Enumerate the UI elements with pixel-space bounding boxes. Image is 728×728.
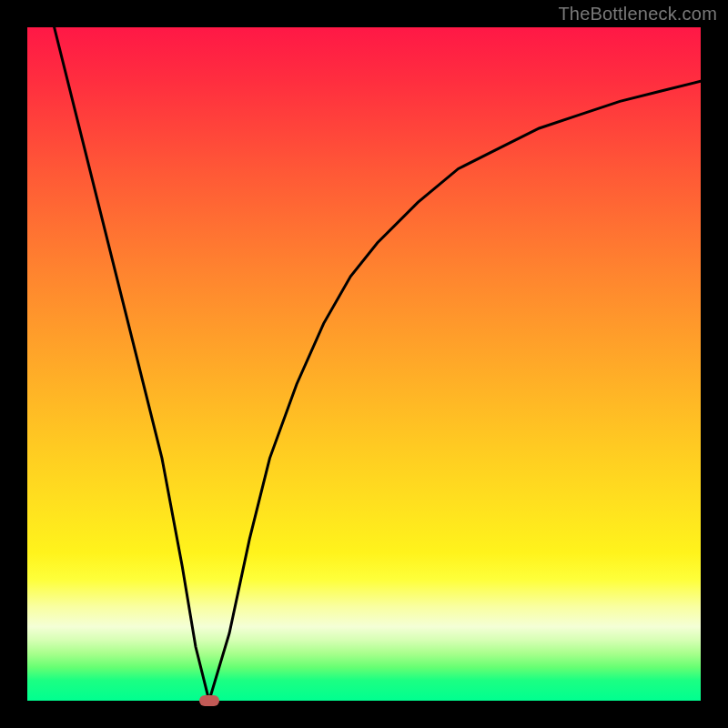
plot-area	[27, 27, 701, 701]
chart-frame: TheBottleneck.com	[0, 0, 728, 728]
min-marker	[199, 695, 219, 706]
curve-svg	[27, 27, 701, 701]
curve-path	[55, 27, 701, 701]
watermark-text: TheBottleneck.com	[558, 4, 717, 25]
